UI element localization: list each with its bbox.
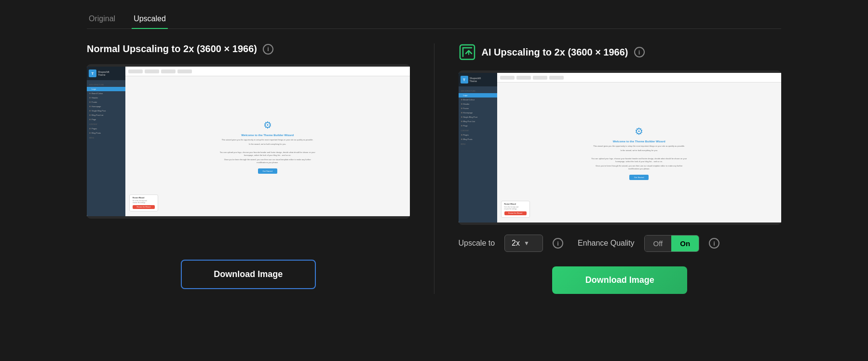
enhance-toggle-group: Off On xyxy=(644,235,700,252)
left-download-area: Download Image xyxy=(87,260,410,289)
mock-left-content: ⚙ Welcome to the Theme Builder Wizard Th… xyxy=(125,67,410,216)
right-controls: Upscale to 2x ▼ i Enhance Quality Off On… xyxy=(459,235,782,252)
left-column-title: Normal Upscaling to 2x (3600 × 1966) xyxy=(87,43,257,55)
column-divider xyxy=(434,43,434,294)
upscale-info-icon[interactable]: i xyxy=(553,238,563,249)
right-screenshot-mock: T ShapeshiftTheme Site Structure Logo Br… xyxy=(459,73,782,222)
upscale-label: Upscale to xyxy=(459,239,495,248)
mock-right-sidebar: T ShapeshiftTheme Site Structure Logo Br… xyxy=(459,73,497,222)
ai-upscale-icon xyxy=(459,43,476,61)
left-screenshot-mock: T ShapeshiftTheme Site Structure Logo Br… xyxy=(87,67,410,216)
tab-upscaled[interactable]: Upscaled xyxy=(132,10,168,29)
upscale-value: 2x xyxy=(512,239,520,248)
right-info-icon[interactable]: i xyxy=(634,47,645,57)
enhance-info-icon[interactable]: i xyxy=(709,238,719,249)
right-download-area: Download Image xyxy=(459,266,782,294)
mock-left-sidebar: T ShapeshiftTheme Site Structure Logo Br… xyxy=(87,67,125,216)
enhance-quality-label: Enhance Quality xyxy=(578,239,634,248)
right-download-button[interactable]: Download Image xyxy=(552,266,687,294)
upscale-select[interactable]: 2x ▼ xyxy=(504,235,543,252)
right-column-header: AI Upscaling to 2x (3600 × 1966) i xyxy=(459,43,782,61)
right-image-preview: T ShapeshiftTheme Site Structure Logo Br… xyxy=(459,70,782,225)
left-bottom-area: Download Image xyxy=(87,219,410,294)
left-image-preview: T ShapeshiftTheme Site Structure Logo Br… xyxy=(87,64,410,219)
mock-right-content: ⚙ Welcome to the Theme Builder Wizard Th… xyxy=(497,73,782,222)
tab-original[interactable]: Original xyxy=(87,10,117,29)
right-column-title: AI Upscaling to 2x (3600 × 1966) xyxy=(482,47,628,58)
left-column-header: Normal Upscaling to 2x (3600 × 1966) i xyxy=(87,43,410,55)
upscale-chevron-icon: ▼ xyxy=(524,240,529,247)
tabs: Original Upscaled xyxy=(87,10,781,29)
left-info-icon[interactable]: i xyxy=(263,44,273,55)
toggle-off-option[interactable]: Off xyxy=(645,236,672,251)
right-column: AI Upscaling to 2x (3600 × 1966) i T Sha… xyxy=(459,43,782,294)
left-column: Normal Upscaling to 2x (3600 × 1966) i T… xyxy=(87,43,410,294)
toggle-on-option[interactable]: On xyxy=(671,236,699,251)
left-download-button[interactable]: Download Image xyxy=(181,260,316,289)
